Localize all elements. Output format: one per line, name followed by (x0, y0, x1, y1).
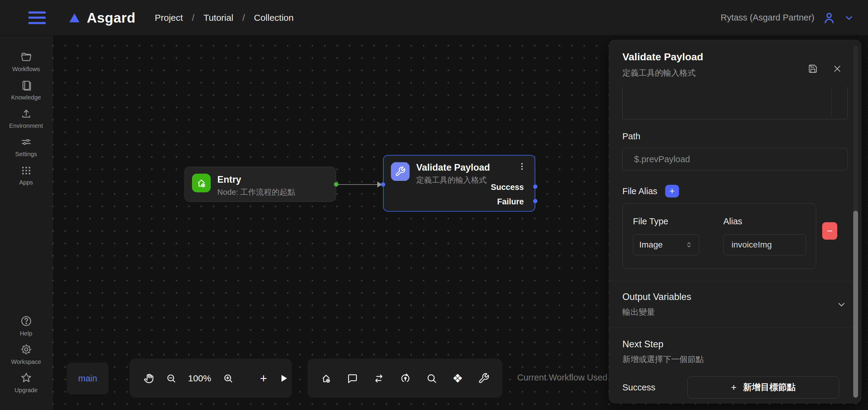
account-name: Rytass (Asgard Partner) (721, 13, 814, 23)
top-header: Asgard Project / Tutorial / Collection R… (0, 0, 868, 36)
output-variables-subtitle: 輸出變量 (622, 306, 691, 318)
panel-scrollbar-thumb[interactable] (853, 211, 858, 398)
sidebar-item-knowledge[interactable]: Knowledge (0, 76, 52, 104)
breadcrumb-tutorial[interactable]: Tutorial (204, 13, 233, 23)
output-variables-title: Output Variables (622, 292, 691, 302)
breadcrumb: Project / Tutorial / Collection (155, 13, 293, 23)
triangle-logo-icon (68, 12, 81, 24)
grid-dots-icon (20, 164, 32, 176)
entry-node-title: Entry (217, 174, 241, 185)
workflow-usage-status: Current Workflow Used (517, 373, 607, 383)
textarea-scrollbar[interactable] (832, 87, 832, 117)
config-textarea[interactable] (622, 87, 848, 119)
swap-arrows-icon[interactable] (373, 373, 384, 384)
account-menu[interactable]: Rytass (Asgard Partner) (721, 11, 854, 25)
sidebar-label: Help (20, 330, 32, 337)
path-input[interactable] (622, 148, 848, 170)
save-icon[interactable] (808, 59, 818, 78)
sidebar-item-help[interactable]: Help (0, 312, 52, 340)
gear-icon (20, 343, 33, 356)
zoom-level: 100% (188, 373, 211, 383)
add-icon[interactable]: + (260, 372, 267, 384)
sidebar-label: Apps (19, 179, 33, 186)
sidebar-item-workspace[interactable]: Workspace (0, 340, 52, 369)
pan-hand-icon[interactable] (143, 373, 154, 384)
edge-entry-to-validate (338, 184, 380, 185)
app-logo[interactable]: Asgard (68, 10, 135, 26)
output-variables-section[interactable]: Output Variables 輸出變量 (622, 281, 848, 328)
node-validate-payload[interactable]: Validate Payload 定義工具的輸入格式 Success Failu… (383, 155, 535, 212)
next-step-success-row: Success + 新增目標節點 (622, 376, 848, 399)
remove-file-alias-button[interactable]: − (822, 222, 837, 240)
file-alias-row: File Type Image Alias − (622, 204, 848, 269)
canvas-tools-toolbar: ❖ (308, 359, 502, 398)
failure-output-label: Failure (497, 197, 524, 206)
sidebar-item-settings[interactable]: Settings (0, 133, 52, 161)
add-success-target-button[interactable]: + 新增目標節點 (687, 376, 839, 399)
branch-button[interactable]: main (67, 363, 108, 394)
sidebar-item-workflows[interactable]: Workflows (0, 48, 52, 76)
breadcrumb-collection[interactable]: Collection (254, 13, 293, 23)
validate-input-handle[interactable] (381, 182, 385, 186)
sidebar-item-apps[interactable]: Apps (0, 161, 52, 189)
zoom-out-icon[interactable] (166, 373, 177, 384)
next-step-section: Next Step 新增或選擇下一個節點 (622, 328, 848, 365)
search-icon[interactable] (426, 373, 437, 384)
select-chevrons-icon (685, 241, 693, 249)
user-icon (822, 11, 836, 25)
node-config-panel: Validate Payload 定義工具的輸入格式 Path File Ali… (609, 40, 861, 403)
panel-content: Path File Alias + File Type Image Ali (609, 87, 861, 403)
upload-icon (20, 108, 32, 120)
help-icon (20, 315, 33, 327)
sidebar-label: Upgrade (14, 387, 38, 394)
sidebar-label: Workflows (12, 66, 40, 72)
close-icon[interactable] (833, 59, 842, 78)
sidebar-item-environment[interactable]: Environment (0, 104, 52, 133)
sidebar-label: Settings (15, 151, 37, 158)
node-entry[interactable]: Entry Node: 工作流程的起點 (184, 167, 336, 202)
sidebar-label: Workspace (11, 358, 41, 365)
alias-column-label: Alias (723, 216, 806, 226)
entry-node-icon (192, 174, 211, 192)
app-name: Asgard (87, 10, 135, 26)
left-sidebar: Workflows Knowledge Environment Settings… (0, 36, 53, 410)
iteration-icon[interactable] (400, 373, 411, 384)
entry-node-subtitle: Node: 工作流程的起點 (217, 187, 296, 198)
breadcrumb-project[interactable]: Project (155, 13, 183, 23)
add-file-alias-button[interactable]: + (665, 185, 679, 198)
path-label: Path (622, 131, 848, 141)
sidebar-item-upgrade[interactable]: Upgrade (0, 369, 52, 397)
file-alias-label: File Alias (622, 186, 657, 196)
next-step-subtitle: 新增或選擇下一個節點 (622, 354, 848, 365)
entry-output-handle[interactable] (334, 182, 338, 186)
zoom-in-icon[interactable] (223, 373, 234, 384)
alias-input[interactable] (723, 234, 806, 255)
sidebar-label: Knowledge (11, 94, 41, 101)
chevron-down-icon[interactable] (836, 299, 846, 310)
node-kebab-menu-icon[interactable] (516, 160, 528, 172)
wrench-icon (395, 166, 406, 177)
chevron-down-icon (844, 13, 854, 23)
house-plus-icon (196, 178, 207, 188)
sliders-icon (20, 136, 32, 148)
canvas-zoom-toolbar: 100% + (130, 359, 292, 398)
plus-icon: + (731, 382, 737, 393)
add-target-label: 新增目標節點 (743, 381, 796, 393)
file-type-column-label: File Type (633, 216, 699, 226)
success-output-handle[interactable] (533, 184, 537, 189)
comment-icon[interactable] (347, 373, 358, 384)
folder-icon (20, 51, 32, 63)
hamburger-menu-icon[interactable] (28, 11, 46, 24)
success-row-label: Success (622, 383, 655, 392)
panel-header: Validate Payload 定義工具的輸入格式 (609, 40, 861, 78)
navigator-icon[interactable]: ❖ (453, 372, 463, 384)
panel-title: Validate Payload (622, 51, 703, 63)
book-icon (20, 79, 32, 91)
file-type-select[interactable]: Image (633, 234, 699, 255)
failure-output-handle[interactable] (533, 199, 537, 203)
panel-subtitle: 定義工具的輸入格式 (622, 67, 703, 78)
breadcrumb-separator: / (242, 13, 245, 23)
run-workflow-icon[interactable] (278, 373, 289, 383)
tools-wrench-icon[interactable] (478, 373, 490, 384)
add-entry-node-icon[interactable] (320, 373, 332, 384)
